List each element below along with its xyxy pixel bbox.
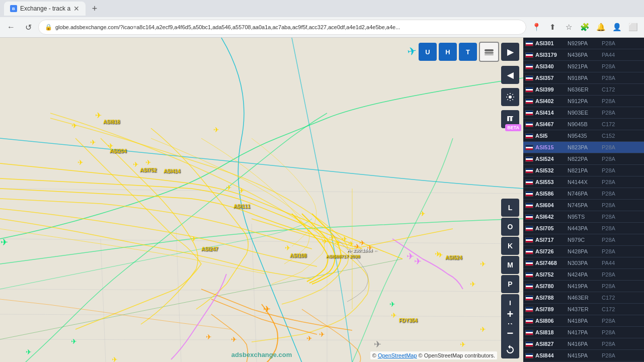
aircraft-icon[interactable]: ✈ [319,331,325,338]
aircraft-icon[interactable]: ✈ [420,210,426,217]
flight-list-row[interactable]: ASI642N95TSP28A [523,211,644,223]
flight-list-row[interactable]: ASI586N746PAP28A [523,188,644,200]
reload-button[interactable]: ↺ [21,20,35,34]
aircraft-icon[interactable]: ✈ [213,126,219,133]
aircraft-icon[interactable]: ✈ [460,341,466,348]
u-button[interactable]: U [419,43,437,61]
aircraft-icon[interactable]: ✈ [238,187,245,194]
m-button[interactable]: M [501,256,519,274]
flight-list-row[interactable]: ASI604N745PAP28A [523,200,644,211]
flight-list-row[interactable]: ASI340N921PAP28A [523,61,644,72]
flight-id: ASI705 [535,225,566,231]
aircraft-icon[interactable]: ✈ [329,234,335,241]
aircraft-icon[interactable]: ✈ [112,356,118,362]
map-container[interactable]: ✈ ASI818 ✈ ✈ ASI204 ✈ ASI752 ✈ ASI414 ✈ … [0,38,523,362]
tab-close-button[interactable]: ✕ [73,5,79,13]
flight-list-row[interactable]: ASI788N463ERC172 [523,292,644,304]
share-icon[interactable]: ⬆ [545,20,559,34]
url-input[interactable]: 🔒 globe.adsbexchange.com/?icao=a8c164,a2… [38,20,526,35]
flight-list-row[interactable]: ASI818N417PAP28A [523,327,644,338]
aircraft-icon[interactable]: ✈ [191,235,197,242]
flight-id: ASI780 [535,283,566,289]
l-button[interactable]: L [501,199,519,217]
aircraft-icon[interactable]: ✈ [90,139,96,146]
aircraft-icon[interactable]: ✈ [389,301,395,308]
k-button[interactable]: K [501,237,519,255]
aircraft-icon[interactable]: ✈ [435,250,441,257]
flight-list-row[interactable]: ASI717N979CP28A [523,234,644,246]
aircraft-icon[interactable]: ✈ [374,340,381,349]
profile-icon[interactable]: 👤 [610,20,624,34]
aircraft-icon[interactable]: ✈ [348,240,354,247]
alerts-icon[interactable]: 🔔 [594,20,608,34]
aircraft-icon[interactable]: ✈ [1,238,8,247]
zoom-in-button[interactable]: + [501,305,519,323]
flight-list-row[interactable]: ASI515N823PAP28A [523,142,644,153]
flight-list-row[interactable]: ASI524N822PAP28A [523,153,644,165]
aircraft-icon[interactable]: ✈ [77,159,84,166]
flight-registration: N903EE [568,110,600,116]
flight-list-row[interactable]: ASI402N912PAP28A [523,96,644,107]
flight-list-row[interactable]: ASI844N415PAP28A [523,350,644,361]
flight-id: ASI752 [535,272,566,278]
back-arrow-button[interactable]: ◀ [501,66,519,84]
o-button[interactable]: O [501,218,519,236]
flight-list-row[interactable]: ASI357N918PAP28A [523,72,644,84]
flight-list-row[interactable]: ASI780N419PAP28A [523,281,644,292]
maximize-icon[interactable]: ⬜ [626,20,640,34]
aircraft-icon[interactable]: ✈ [335,239,341,246]
replay-button[interactable] [501,340,519,358]
zoom-out-button[interactable]: − [501,324,519,342]
aircraft-icon[interactable]: ✈ [306,335,312,342]
aircraft-icon[interactable]: ✈ [480,260,486,267]
settings-button[interactable] [501,88,519,106]
aircraft-icon[interactable]: ✈ [263,305,271,314]
h-button[interactable]: H [439,43,457,61]
flight-registration: N929PA [568,40,600,46]
aircraft-icon[interactable]: ✈ [71,338,77,345]
aircraft-icon[interactable]: ✈ [285,244,291,251]
beta-button[interactable]: BETA [501,110,519,128]
flight-list-row[interactable]: ASI7468N303PAPA44 [523,257,644,269]
flight-list-row[interactable]: ASI752N424PAP28A [523,269,644,281]
layers-button[interactable] [479,42,499,62]
flight-list-row[interactable]: ASI399N636ERC172 [523,84,644,96]
flight-list-row[interactable]: ASI3179N436PAPA44 [523,49,644,61]
flight-list-row[interactable]: ASI806N418PAP28A [523,315,644,327]
flight-list-row[interactable]: ASI467N9045BC172 [523,119,644,130]
aircraft-icon[interactable]: ✈ [206,333,212,340]
aircraft-icon[interactable]: ✈ [71,122,77,129]
flight-list-row[interactable]: ASI532N821PAP28A [523,165,644,176]
aircraft-icon[interactable]: ✈ [231,336,237,343]
active-tab[interactable]: B Exchange - track a ✕ [4,2,86,16]
flight-list-row[interactable]: ASI726N428PAP28A [523,246,644,257]
aircraft-icon[interactable]: ✈ [342,235,348,242]
aircraft-icon[interactable]: ✈ [226,184,232,191]
aircraft-icon[interactable]: ✈ [414,257,422,266]
extensions-icon[interactable]: 🧩 [578,20,592,34]
aircraft-icon[interactable]: ✈ [26,348,32,355]
flight-list-row[interactable]: ASI301N929PAP28A [523,38,644,49]
back-button[interactable]: ← [4,20,18,34]
aircraft-icon[interactable]: ✈ [133,161,139,168]
aircraft-icon[interactable]: ✈ [407,252,414,261]
flight-list-row[interactable]: ASI414N903EEP28A [523,107,644,119]
p-button[interactable]: P [501,275,519,293]
location-icon[interactable]: 📍 [529,20,543,34]
bookmark-icon[interactable]: ☆ [561,20,576,34]
aircraft-icon[interactable]: ✈ [470,281,476,288]
forward-arrow-button[interactable]: ▶ [501,43,519,61]
flight-list-row[interactable]: ASI553N4144XP28A [523,176,644,188]
aircraft-icon[interactable]: ✈ [359,239,365,246]
aircraft-icon[interactable]: ✈ [95,112,102,120]
aircraft-icon[interactable]: ✈ [145,159,151,166]
aircraft-icon[interactable]: ✈ [322,238,328,245]
flight-list-row[interactable]: ASI827N416PAP28A [523,338,644,350]
flight-list-row[interactable]: ASI705N443PAP28A [523,223,644,234]
new-tab-button[interactable]: + [88,2,102,16]
flight-list-row[interactable]: ASI5N95435C152 [523,130,644,142]
aircraft-icon[interactable]: ✈ [391,312,397,319]
aircraft-icon[interactable]: ✈ [480,326,486,333]
t-button[interactable]: T [459,43,477,61]
flight-list-row[interactable]: ASI789N437ERC172 [523,304,644,315]
